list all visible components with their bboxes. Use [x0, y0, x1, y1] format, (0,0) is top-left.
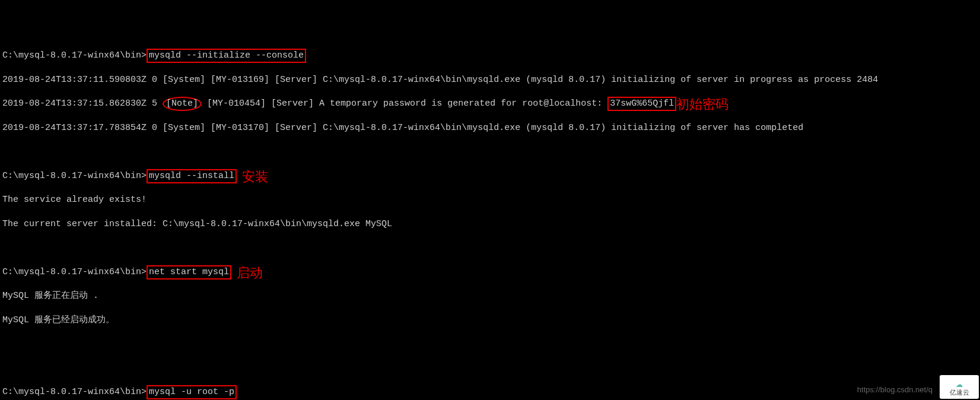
initial-password: 37swG%65Qjfl — [607, 97, 676, 111]
prompt: C:\mysql-8.0.17-winx64\bin> — [2, 387, 147, 397]
annotation-install: 安装 — [242, 168, 268, 186]
terminal-line: C:\mysql-8.0.17-winx64\bin>mysql -u root… — [2, 386, 978, 398]
blank-line — [2, 338, 978, 350]
annotation-start: 启动 — [237, 264, 263, 282]
terminal-line: C:\mysql-8.0.17-winx64\bin>net start mys… — [2, 266, 978, 278]
terminal-line: MySQL 服务正在启动 . — [2, 290, 978, 302]
watermark-text: 亿速云 — [950, 390, 969, 396]
cloud-icon: ☁ — [956, 378, 963, 390]
terminal-line: MySQL 服务已经启动成功。 — [2, 315, 978, 326]
terminal-line: The current server installed: C:\mysql-8… — [2, 218, 978, 230]
terminal-line: 2019-08-24T13:37:17.783854Z 0 [System] [… — [2, 122, 978, 134]
cmd-start: net start mysql — [147, 265, 231, 280]
note-highlight: [Note] — [163, 97, 202, 111]
prompt: C:\mysql-8.0.17-winx64\bin> — [2, 267, 147, 277]
terminal-line: C:\mysql-8.0.17-winx64\bin>mysqld --init… — [2, 50, 978, 62]
terminal-line: The service already exists! — [2, 194, 978, 206]
cmd-login: mysql -u root -p — [147, 385, 237, 399]
watermark-logo: ☁ 亿速云 — [940, 375, 979, 399]
blank-line — [2, 363, 978, 374]
prompt: C:\mysql-8.0.17-winx64\bin> — [2, 50, 147, 61]
blank-line — [2, 146, 978, 158]
annotation-password: 初始密码 — [676, 96, 728, 113]
terminal-line: 2019-08-24T13:37:11.590803Z 0 [System] [… — [2, 74, 978, 86]
cmd-initialize: mysqld --initialize --console — [147, 49, 306, 63]
cmd-install: mysqld --install — [147, 169, 237, 183]
terminal-line: 2019-08-24T13:37:15.862830Z 5 [Note] [MY… — [2, 98, 978, 110]
blank-line — [2, 242, 978, 254]
prompt: C:\mysql-8.0.17-winx64\bin> — [2, 171, 147, 181]
terminal-line: C:\mysql-8.0.17-winx64\bin>mysqld --inst… — [2, 170, 978, 182]
watermark-url: https://blog.csdn.net/q — [857, 385, 933, 395]
